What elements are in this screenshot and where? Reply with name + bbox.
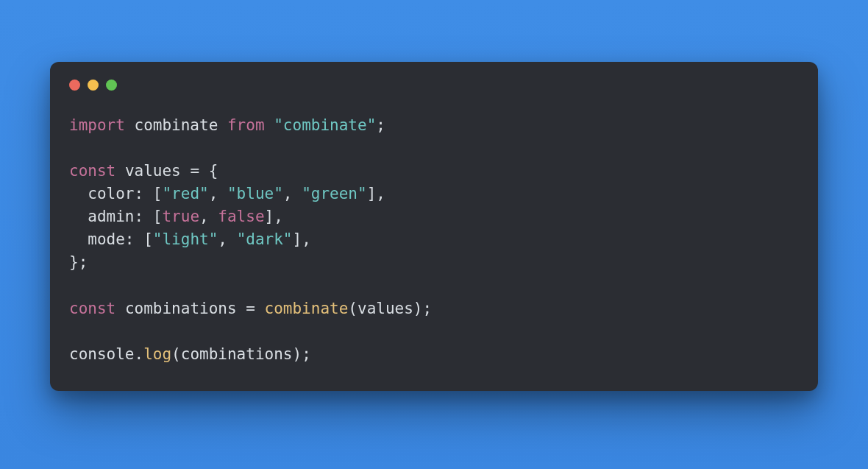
str-blue: "blue" [227, 185, 283, 202]
zoom-icon[interactable] [106, 80, 117, 91]
punct-eq-open: = { [181, 162, 218, 180]
id-combinations: combinations [125, 300, 237, 317]
id-values: values [125, 162, 181, 180]
minimize-icon[interactable] [88, 80, 99, 91]
punct-obj-close: }; [69, 253, 88, 271]
fn-log: log [143, 345, 171, 363]
indent [69, 230, 88, 248]
punct-comma: , [199, 208, 218, 225]
punct-open: [ [143, 185, 162, 202]
str-light: "light" [153, 230, 218, 248]
punct-comma: , [209, 185, 227, 202]
str-red: "red" [162, 185, 208, 202]
kw-from: from [227, 116, 265, 134]
code-window: import combinate from "combinate"; const… [50, 62, 818, 391]
punct-comma: , [283, 185, 302, 202]
punct-semi: ; [376, 116, 385, 134]
kw-const: const [69, 162, 115, 180]
punct-dot: . [135, 345, 144, 363]
punct-open: [ [143, 208, 162, 225]
window-traffic-lights [69, 80, 799, 91]
indent [69, 208, 88, 225]
close-icon[interactable] [69, 80, 80, 91]
fn-combinate: combinate [265, 300, 349, 317]
punct-eq: = [237, 300, 265, 317]
bool-false: false [218, 208, 264, 225]
punct-open: [ [135, 230, 153, 248]
key-color: color: [88, 185, 143, 202]
key-mode: mode: [88, 230, 134, 248]
indent [69, 185, 88, 202]
str-module: "combinate" [274, 116, 376, 134]
key-admin: admin: [88, 208, 143, 225]
arg-combinations: combinations [181, 345, 293, 363]
punct-paren-open: ( [348, 300, 357, 317]
punct-close: ], [265, 208, 283, 225]
kw-import: import [69, 116, 125, 134]
kw-const: const [69, 300, 115, 317]
punct-paren-close: ); [292, 345, 310, 363]
obj-console: console [69, 345, 135, 363]
id-combinate: combinate [135, 116, 218, 134]
bool-true: true [162, 208, 199, 225]
punct-paren-open: ( [171, 345, 181, 363]
punct-close: ], [367, 185, 385, 202]
str-dark: "dark" [237, 230, 293, 248]
code-block: import combinate from "combinate"; const… [69, 114, 799, 366]
str-green: "green" [302, 185, 367, 202]
stage: import combinate from "combinate"; const… [0, 0, 868, 469]
punct-close: ], [292, 230, 310, 248]
arg-values: values [357, 300, 413, 317]
punct-paren-close: ); [413, 300, 432, 317]
punct-comma: , [218, 230, 236, 248]
